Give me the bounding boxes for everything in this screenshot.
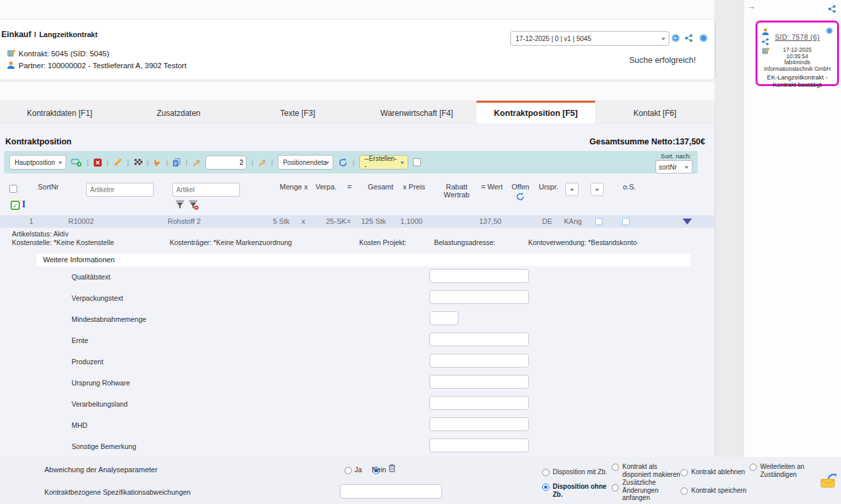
tab-kontraktposition[interactable]: Kontraktposition [F5] <box>477 101 596 124</box>
belastungsadresse-text: Belastungsadresse: <box>434 238 495 246</box>
expand-row-icon[interactable] <box>683 219 692 225</box>
tab-bar: Kontraktdaten [F1] Zusatzdaten Texte [F3… <box>0 101 714 124</box>
tab-kontraktdaten[interactable]: Kontraktdaten [F1] <box>0 101 119 124</box>
action-kontrakt-speichern[interactable]: Kontrakt speichern <box>681 487 750 495</box>
col-x: x <box>304 183 308 191</box>
kontraktposition-panel: Kontraktposition Gesamtsumme Netto:137,5… <box>0 124 714 457</box>
tab-warenwirtschaft[interactable]: Warenwirtschaft [F4] <box>357 101 477 124</box>
abweichung-ja-radio[interactable] <box>345 467 352 474</box>
sort-label: Sort. nach: <box>661 152 691 160</box>
row-checkbox-2[interactable] <box>622 218 630 225</box>
delete-position-icon[interactable] <box>93 158 102 167</box>
edit-pencil-icon[interactable] <box>113 158 123 167</box>
globe-icon[interactable] <box>699 34 708 42</box>
toolbar-separator: | <box>147 158 149 166</box>
ursprung-rohware-input[interactable] <box>429 375 529 389</box>
header-card: Einkauf ǀ Langzeitkontrakt Kontrakt: 504… <box>0 20 714 79</box>
panel-share-icon[interactable] <box>828 5 836 13</box>
kostenstelle-text: Kostenstelle: *Keine Kostenstelle <box>12 238 114 246</box>
position-count-input[interactable] <box>205 156 247 170</box>
svg-text:?: ? <box>262 158 266 166</box>
finish-flag-icon[interactable] <box>134 158 142 166</box>
row-eq: = <box>347 215 351 228</box>
offen-refresh-icon[interactable] <box>516 192 525 201</box>
history-back-icon[interactable] <box>671 34 680 42</box>
kontrakt-line: Kontrakt: 5045 (SID: 5045) <box>7 49 109 58</box>
wand-question-icon[interactable]: ? <box>258 158 266 167</box>
action-disponiert-markieren[interactable]: Kontrakt als disponiert makieren <box>612 463 686 478</box>
refresh-icon[interactable] <box>338 158 348 168</box>
toolbar-separator: | <box>107 158 109 166</box>
ernte-input[interactable] <box>429 332 529 346</box>
urspr-select[interactable] <box>565 183 579 196</box>
row-menge: 5 Stk <box>268 215 290 228</box>
tab-kontakt[interactable]: Kontakt [F6] <box>595 101 714 124</box>
field-label: Ursprung Rohware <box>72 379 130 387</box>
create-select[interactable]: --Erstellen-- <box>359 155 408 170</box>
notification-panel: SID: 7578 (6) 17-12-2025 10:35:54 fab4mi… <box>744 0 841 457</box>
kosten-projekt-text: Kosten Projekt: <box>359 238 406 246</box>
sid-link[interactable]: SID: 7578 (6) <box>757 33 837 41</box>
filter-icon[interactable] <box>175 199 185 210</box>
action-disposition-ohne[interactable]: Disposition ohne Zb. <box>542 483 615 498</box>
action-kontrakt-ablehnen[interactable]: Kontrakt ablehnen <box>681 468 750 476</box>
toolbar-separator: | <box>166 158 168 166</box>
sort-select[interactable]: sortNr <box>655 160 693 174</box>
add-position-icon[interactable] <box>71 158 82 167</box>
row-urspr: DE <box>542 215 552 228</box>
row-gesamt: 125 Stk <box>361 215 386 228</box>
artikelstatus-text: Artikelstatus: Aktiv <box>12 230 68 238</box>
total-netto: Gesamtsumme Netto:137,50€ <box>590 137 705 146</box>
position-row[interactable]: 1 R10002 Rohstoff 2 5 Stk x 25-SK = 125 … <box>0 215 714 228</box>
field-label: MHD <box>72 421 87 429</box>
toolbar-separator: | <box>353 158 355 166</box>
verarbeitungsland-input[interactable] <box>429 396 529 410</box>
field-label: Verarbeitungsland <box>72 400 128 408</box>
send-mail-icon[interactable] <box>820 473 838 488</box>
collapse-panel-arrow-icon[interactable] <box>747 2 756 11</box>
confirm-check-icon[interactable] <box>11 201 20 210</box>
field-label: Qualitätstext <box>72 273 110 281</box>
position-type-select[interactable]: Hauptposition <box>9 155 66 170</box>
position-detail-select[interactable]: Positionendeta <box>278 155 333 170</box>
typ-select[interactable] <box>590 183 604 196</box>
action-weiterleiten[interactable]: Weiterleiten an Zuständigen <box>750 463 816 478</box>
create-checkbox[interactable] <box>413 158 421 166</box>
share-nodes-icon[interactable] <box>685 34 693 42</box>
spezifikation-label: Kontraktbezogene Spezifikationsabweichun… <box>44 488 191 496</box>
wand-question-icon[interactable]: ? <box>192 158 201 167</box>
row-typ: KAng <box>564 215 582 228</box>
partner-line: Partner: 100000002 - Testlieferant A, 39… <box>7 61 186 70</box>
artikelnr-filter-input[interactable] <box>86 183 154 197</box>
hand-icon[interactable] <box>153 158 161 167</box>
sonstige-bemerkung-input[interactable] <box>429 438 529 452</box>
trash-icon[interactable] <box>388 464 396 472</box>
select-all-checkbox[interactable] <box>9 185 17 193</box>
tab-zusatzdaten[interactable]: Zusatzdaten <box>119 101 239 124</box>
page-title: Einkauf ǀ Langzeitkontrakt <box>1 28 97 40</box>
field-label: Sonstige Bemerkung <box>72 442 136 450</box>
version-select[interactable]: 17-12-2025 | 0 | v1 | 5045 <box>510 31 669 46</box>
mindestabnahmemenge-input[interactable] <box>429 311 459 325</box>
mhd-input[interactable] <box>429 417 529 431</box>
verpackungstext-input[interactable] <box>429 290 529 304</box>
search-status: Suche erfolgreich! <box>629 56 696 65</box>
filter-remove-icon[interactable] <box>188 199 199 210</box>
row-preis: 1,1000 <box>400 215 423 228</box>
qualitaetstext-input[interactable] <box>429 269 529 283</box>
action-zusaetzliche-aenderungen[interactable]: Zusätzliche Änderungen anfangen <box>612 479 683 502</box>
kostentraeger-text: Kostenträger: *Keine Markenzuordnung <box>170 238 292 246</box>
artikel-filter-input[interactable] <box>172 183 240 197</box>
row-sortnr: 1 <box>29 215 33 228</box>
notification-card[interactable]: SID: 7578 (6) 17-12-2025 10:35:54 fab4mi… <box>756 21 839 86</box>
app-subtitle: Langzeitkontrakt <box>39 30 97 38</box>
produzent-input[interactable] <box>429 354 529 368</box>
row-checkbox-1[interactable] <box>595 218 602 225</box>
tab-texte[interactable]: Texte [F3] <box>238 101 357 124</box>
col-sortnr: SortNr <box>38 183 59 191</box>
toolbar-separator: | <box>127 158 129 166</box>
action-disposition-mit[interactable]: Disposition mit Zb. <box>542 468 612 476</box>
field-label: Mindestabnahmemenge <box>72 315 146 323</box>
copy-paste-icon[interactable] <box>172 158 181 167</box>
spezifikation-input[interactable] <box>340 484 442 499</box>
